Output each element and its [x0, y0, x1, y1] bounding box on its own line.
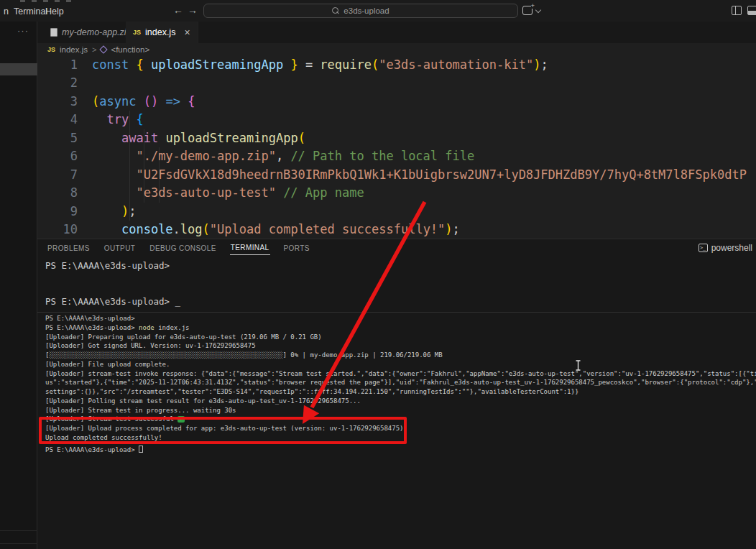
search-value: e3ds-upload	[344, 6, 389, 15]
nav-back-icon[interactable]: ←	[171, 4, 185, 16]
code-line[interactable]: 1const { uploadStreamingApp } = require(…	[37, 56, 756, 74]
terminal-split-divider[interactable]	[37, 312, 756, 313]
terminal-line: [Uploader] File upload complete.	[45, 360, 756, 369]
close-icon[interactable]: ×	[184, 28, 190, 37]
tab-my-demo-app-zip[interactable]: my-demo-app.zip	[43, 22, 139, 43]
terminal-line: Upload completed successfully!	[45, 433, 756, 443]
title-bar: n Terminal Help ← → e3ds-upload +	[0, 0, 756, 22]
code-text: try {	[92, 111, 144, 129]
panel-tab-output[interactable]: OUTPUT	[103, 241, 137, 255]
tab-index-js[interactable]: JS index.js ×	[126, 22, 198, 43]
terminal-prompt-line[interactable]: PS E:\AAAA\e3ds-upload> _	[45, 296, 180, 307]
code-line[interactable]: 6 "./my-demo-app.zip", // Path to the lo…	[37, 147, 756, 165]
search-input[interactable]: e3ds-upload	[203, 4, 518, 18]
chevron-down-icon[interactable]	[536, 8, 541, 13]
editor-actions-overflow[interactable]: ···	[17, 25, 29, 36]
shell-profile-badge[interactable]: >_ powershell	[699, 243, 752, 253]
code-line[interactable]: 7 "U2FsdGVkX18d9heedrnB30IRmPkbQ1Wk1+K1b…	[37, 166, 756, 184]
code-line[interactable]: 9 );	[37, 203, 756, 221]
code-text: "e3ds-auto-up-test" // App name	[92, 184, 364, 202]
terminal-line: PS E:\AAAA\e3ds-upload>	[45, 314, 756, 323]
line-number[interactable]: 4	[37, 111, 78, 129]
panel-tab-terminal[interactable]: TERMINAL	[230, 241, 270, 255]
panel-tab-ports[interactable]: PORTS	[283, 241, 310, 255]
breadcrumb-symbol[interactable]: <function>	[111, 45, 149, 54]
code-line[interactable]: 10 console.log("Upload completed success…	[37, 221, 756, 239]
js-icon: JS	[133, 29, 141, 36]
nav-forward-icon[interactable]: →	[185, 4, 200, 16]
code-editor[interactable]: JS index.js > <function> 1const { upload…	[37, 43, 756, 239]
line-number[interactable]: 10	[37, 221, 78, 239]
editor-tab-bar: my-demo-app.zip JS index.js ×	[37, 22, 756, 43]
terminal-line: [Uploader] Upload process completed for …	[45, 424, 756, 433]
terminal-line: [Uploader] Polling stream test result fo…	[45, 397, 756, 406]
code-line[interactable]: 4 try {	[37, 111, 756, 129]
copilot-icon[interactable]: +	[522, 6, 533, 15]
terminal-line: [Uploader] Stream test in progress... wa…	[45, 406, 756, 415]
code-text: (async () => {	[92, 93, 195, 111]
panel-tab-bar: PROBLEMS OUTPUT DEBUG CONSOLE TERMINAL P…	[47, 239, 310, 257]
panel-tab-problems[interactable]: PROBLEMS	[47, 241, 91, 255]
sidebar-scroll-thumb[interactable]	[0, 63, 37, 75]
terminal-line: PS E:\AAAA\e3ds-upload>	[45, 446, 756, 455]
terminal-line: PS E:\AAAA\e3ds-upload> node index.js	[45, 323, 756, 333]
js-icon: JS	[47, 46, 55, 53]
terminal-prompt-line[interactable]: PS E:\AAAA\e3ds-upload>	[45, 260, 170, 271]
code-text: const { uploadStreamingApp } = require("…	[92, 56, 548, 74]
chevron-right-icon: >	[92, 45, 96, 54]
divider	[0, 530, 37, 531]
terminal-cursor	[139, 446, 143, 453]
bottom-panel: PROBLEMS OUTPUT DEBUG CONSOLE TERMINAL P…	[37, 239, 756, 549]
code-line[interactable]: 2	[37, 74, 756, 92]
terminal-output[interactable]: PS E:\AAAA\e3ds-upload>PS E:\AAAA\e3ds-u…	[45, 314, 756, 454]
code-line[interactable]: 8 "e3ds-auto-up-test" // App name	[37, 184, 756, 202]
breadcrumb: JS index.js > <function>	[47, 43, 149, 56]
terminal-line: [Uploader] stream-test invoke response: …	[45, 369, 756, 379]
code-text: "U2FsdGVkX18d9heedrnB30IRmPkbQ1Wk1+K1bUi…	[92, 166, 747, 184]
shell-label: powershell	[711, 243, 752, 253]
line-number[interactable]: 3	[37, 93, 78, 111]
left-sidebar-strip: ···	[0, 22, 37, 549]
code-text: console.log("Upload completed successful…	[92, 221, 460, 239]
terminal-icon: >_	[699, 244, 708, 252]
search-icon	[332, 7, 339, 14]
customize-layout-icon[interactable]	[732, 6, 742, 15]
divider	[0, 543, 37, 544]
code-line[interactable]: 5 await uploadStreamingApp(	[37, 129, 756, 147]
file-icon	[50, 28, 57, 37]
toggle-panel-icon[interactable]	[747, 6, 756, 15]
terminal-line: us":"started"},{"time":"2025-11-12T06:43…	[45, 378, 756, 387]
line-number[interactable]: 9	[37, 203, 78, 221]
code-lines: 1const { uploadStreamingApp } = require(…	[37, 56, 756, 239]
panel-tab-debug-console[interactable]: DEBUG CONSOLE	[149, 241, 216, 255]
code-text: "./my-demo-app.zip", // Path to the loca…	[92, 147, 474, 165]
cropped-menu-fragment	[20, 0, 73, 2]
line-number[interactable]: 8	[37, 184, 78, 202]
code-text: await uploadStreamingApp(	[92, 129, 305, 147]
terminal-line: [░░░░░░░░░░░░░░░░░░░░░░░░░░░░░░░░░░░░░░░…	[45, 351, 756, 360]
symbol-icon	[100, 45, 108, 53]
breadcrumb-file[interactable]: index.js	[60, 45, 88, 54]
tab-label: index.js	[145, 27, 175, 37]
line-number[interactable]: 5	[37, 129, 78, 147]
tab-label: my-demo-app.zip	[62, 27, 132, 37]
menu-item-help[interactable]: Help	[42, 5, 68, 18]
terminal-line: settings":{}},"src":"/streamtest","teste…	[45, 387, 756, 397]
code-line[interactable]: 3(async () => {	[37, 93, 756, 111]
code-text: );	[92, 203, 136, 221]
line-number[interactable]: 6	[37, 147, 78, 165]
line-number[interactable]: 2	[37, 74, 78, 92]
line-number[interactable]: 7	[37, 166, 78, 184]
vscode-window: n Terminal Help ← → e3ds-upload + ··· my…	[0, 0, 756, 549]
line-number[interactable]: 1	[37, 56, 78, 74]
terminal-line: [Uploader] Preparing upload for e3ds-aut…	[45, 333, 756, 342]
terminal-line: [Uploader] Stream test successful ✓	[45, 415, 756, 424]
terminal-line: [Uploader] Got signed URL. Version: uv-1…	[45, 341, 756, 351]
